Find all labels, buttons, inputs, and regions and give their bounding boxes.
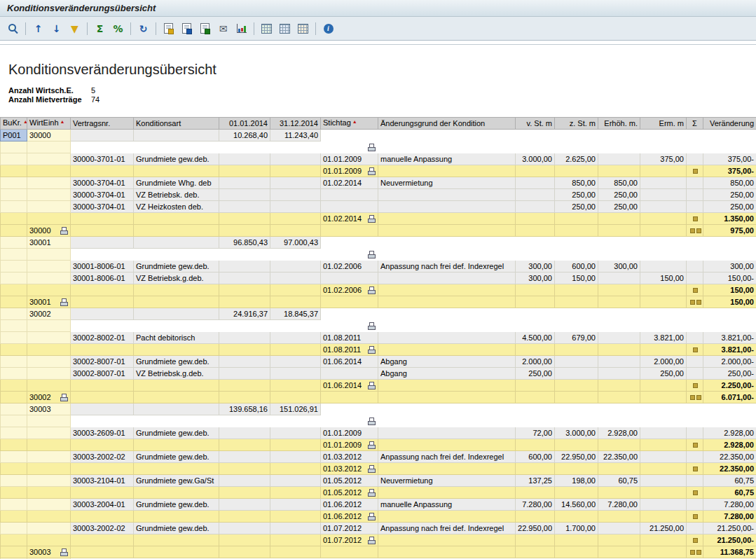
print-icon[interactable]	[368, 322, 376, 330]
cell-grund[interactable]	[378, 225, 516, 237]
cell-bukr[interactable]	[1, 534, 27, 546]
column-header-vertrag[interactable]: Vertragsnr.	[71, 118, 134, 130]
cell-stichtag[interactable]: 01.02.2014	[321, 177, 378, 189]
cell-grund[interactable]	[378, 403, 516, 415]
cell-we[interactable]	[27, 320, 71, 332]
cell-vst[interactable]: 22.950,00	[516, 523, 555, 534]
cell-v2[interactable]	[270, 451, 321, 463]
cell-vertrag[interactable]: 30001-8006-01	[71, 261, 134, 272]
cell-kond[interactable]	[134, 439, 219, 451]
cell-vertrag[interactable]	[71, 392, 134, 403]
cell-we[interactable]	[27, 499, 71, 511]
cell-kond[interactable]	[134, 534, 219, 546]
cell-ver[interactable]	[703, 308, 756, 320]
cell-ver[interactable]	[703, 142, 756, 153]
cell-sig[interactable]	[687, 499, 703, 511]
cell-erm[interactable]	[640, 237, 687, 249]
cell-ver[interactable]: 250,00	[703, 201, 756, 213]
cell-grund[interactable]	[378, 249, 516, 261]
print-icon[interactable]	[368, 287, 376, 294]
cell-v1[interactable]	[219, 368, 270, 380]
print-icon[interactable]	[60, 548, 68, 556]
cell-grund[interactable]	[378, 165, 516, 177]
cell-vertrag[interactable]	[71, 237, 134, 249]
cell-stichtag[interactable]: 01.08.2011	[321, 344, 378, 356]
cell-vertrag[interactable]	[71, 165, 134, 177]
cell-v1[interactable]: 24.916,37	[219, 308, 270, 320]
cell-zst[interactable]	[555, 356, 598, 368]
cell-ver[interactable]: 2.928,00	[703, 439, 756, 451]
cell-vst[interactable]: 72,00	[516, 427, 555, 439]
cell-kond[interactable]	[134, 225, 219, 237]
cell-kond[interactable]	[134, 213, 219, 225]
cell-sig[interactable]	[687, 368, 703, 380]
cell-kond[interactable]	[134, 142, 219, 153]
cell-v2[interactable]	[270, 272, 321, 284]
cell-erh[interactable]	[598, 523, 640, 534]
cell-vertrag[interactable]	[71, 225, 134, 237]
cell-vst[interactable]	[516, 463, 555, 475]
cell-erh[interactable]	[598, 380, 640, 392]
cell-v2[interactable]	[270, 427, 321, 439]
print-icon[interactable]	[368, 513, 376, 520]
cell-vst[interactable]	[516, 534, 555, 546]
cell-zst[interactable]	[555, 546, 598, 558]
cell-vst[interactable]: 300,00	[516, 261, 555, 272]
cell-vertrag[interactable]	[71, 403, 134, 415]
cell-v1[interactable]	[219, 225, 270, 237]
cell-v2[interactable]	[270, 380, 321, 392]
cell-erh[interactable]	[598, 392, 640, 403]
cell-v2[interactable]	[270, 415, 321, 427]
cell-bukr[interactable]	[1, 225, 27, 237]
column-header-stichtag[interactable]: Stichtag▲	[321, 118, 378, 130]
cell-we[interactable]	[27, 439, 71, 451]
cell-grund[interactable]: Abgang	[378, 368, 516, 380]
cell-grund[interactable]	[378, 546, 516, 558]
cell-zst[interactable]	[555, 249, 598, 261]
cell-vertrag[interactable]: 30003-2002-02	[71, 523, 134, 534]
cell-sig[interactable]	[687, 308, 703, 320]
cell-v1[interactable]	[219, 380, 270, 392]
cell-sig[interactable]	[687, 237, 703, 249]
print-icon[interactable]	[368, 537, 376, 544]
cell-v1[interactable]	[219, 427, 270, 439]
cell-vst[interactable]	[516, 165, 555, 177]
cell-v2[interactable]	[270, 499, 321, 511]
cell-v1[interactable]	[219, 451, 270, 463]
cell-bukr[interactable]	[1, 344, 27, 356]
cell-kond[interactable]	[134, 463, 219, 475]
cell-we[interactable]	[27, 165, 71, 177]
sort-ascending-button[interactable]: ↑	[29, 20, 47, 37]
cell-erh[interactable]	[598, 284, 640, 296]
cell-zst[interactable]	[555, 142, 598, 153]
cell-stichtag[interactable]	[321, 225, 378, 237]
cell-sig[interactable]	[687, 296, 703, 308]
cell-v1[interactable]	[219, 153, 270, 165]
cell-erh[interactable]: 2.928,00	[598, 427, 640, 439]
print-icon[interactable]	[368, 346, 376, 354]
cell-grund[interactable]	[378, 296, 516, 308]
cell-vst[interactable]	[516, 249, 555, 261]
cell-stichtag[interactable]	[321, 546, 378, 558]
cell-bukr[interactable]: P001	[1, 130, 27, 142]
cell-grund[interactable]	[378, 142, 516, 153]
cell-stichtag[interactable]	[321, 403, 378, 415]
cell-bukr[interactable]	[1, 427, 27, 439]
cell-v1[interactable]	[219, 165, 270, 177]
cell-kond[interactable]: VZ Betriebsk. deb.	[134, 189, 219, 201]
cell-stichtag[interactable]: 01.06.2014	[321, 356, 378, 368]
cell-v1[interactable]	[219, 296, 270, 308]
cell-stichtag[interactable]	[321, 296, 378, 308]
sum-button[interactable]: Σ	[91, 20, 109, 37]
cell-stichtag[interactable]	[321, 308, 378, 320]
cell-vertrag[interactable]	[71, 308, 134, 320]
cell-ver[interactable]: 7.280,00	[703, 511, 756, 523]
cell-stichtag[interactable]	[321, 237, 378, 249]
cell-kond[interactable]	[134, 380, 219, 392]
cell-zst[interactable]: 198,00	[555, 475, 598, 487]
cell-v1[interactable]	[219, 332, 270, 344]
cell-vst[interactable]: 250,00	[516, 368, 555, 380]
cell-we[interactable]: 30002	[27, 308, 71, 320]
cell-we[interactable]	[27, 344, 71, 356]
cell-vst[interactable]	[516, 403, 555, 415]
